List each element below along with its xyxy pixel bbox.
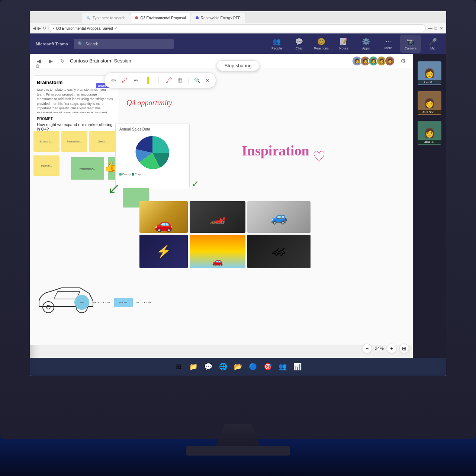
monitor-screen: 🔍 Type here to search Q3 Environmental P… <box>30 11 446 376</box>
zoom-fit-icon: ⊞ <box>402 345 406 351</box>
browser-close-icon[interactable]: ✕ <box>440 26 443 31</box>
legend-item-2: Corp <box>132 173 141 176</box>
pen-toolbar: ✏ 🖊 ✒ ▐ | 🖍 🗑 🔍 ✕ <box>104 73 216 88</box>
chart-title: Annual Sales Data <box>119 127 186 131</box>
teams-nav-mic[interactable]: 🎤 Mic <box>422 35 443 53</box>
teams-nav-apps[interactable]: ⚙️ Apps <box>356 35 376 53</box>
taskbar-start-button[interactable]: ⊞ <box>172 360 185 373</box>
classic-car-emoji: 🚙 <box>271 209 287 225</box>
taskbar-file-explorer[interactable]: 📁 <box>187 360 200 373</box>
browser-minimize-icon[interactable]: — <box>428 26 432 31</box>
taskbar-teams-icon[interactable]: 💬 <box>202 360 215 373</box>
taskbar-analytics-icon[interactable]: 📊 <box>291 360 304 373</box>
participant-avatar-2: 👩 Joni She... <box>418 91 441 115</box>
taskbar-users-icon[interactable]: 👥 <box>276 360 289 373</box>
taskbar-folder-icon[interactable]: 📂 <box>231 360 245 373</box>
yellow-car-emoji: 🚗 <box>154 215 173 233</box>
race-car-photo: 🏎️ <box>190 201 245 233</box>
browser-maximize-icon[interactable]: □ <box>435 26 437 31</box>
teams-search-placeholder: Search <box>86 42 99 46</box>
car-wheel-front <box>43 302 54 313</box>
taskbar-store-icon[interactable]: 🔵 <box>246 360 260 373</box>
browser-tab-search[interactable]: 🔍 Type here to search <box>82 13 130 23</box>
tab-dot-red <box>135 16 138 19</box>
participant-avatar-1: 👩 Lee G... <box>418 61 441 85</box>
recording-bar: 04:05:38 <box>30 56 61 76</box>
teams-nav-more[interactable]: ··· More <box>378 35 399 53</box>
flow-rect-1: process <box>114 298 133 307</box>
legend-item-1: Ecomp <box>119 173 131 176</box>
teams-nav-notes[interactable]: 📝 Notes <box>333 35 354 53</box>
browser-tab-proposal[interactable]: Q3 Environmental Proposal <box>131 13 190 23</box>
pen-tool-marker[interactable]: 🖊 <box>120 75 129 86</box>
sticky-note-green-1[interactable]: Research A... <box>71 157 104 180</box>
browser-tabs: 🔍 Type here to search Q3 Environmental P… <box>30 11 446 23</box>
chat-icon: 💬 <box>295 38 303 46</box>
pen-tool-eraser[interactable]: 🗑 <box>176 75 185 86</box>
pen-tool-highlighter[interactable]: ▐ <box>142 75 151 86</box>
teams-nav-chat[interactable]: 💬 Chat <box>289 35 309 53</box>
favicon: ● <box>52 26 54 30</box>
q4-opportunity-text: Q4 opportunity <box>126 99 172 107</box>
zoom-out-button[interactable]: − <box>362 344 372 353</box>
notes-icon: 📝 <box>340 38 348 46</box>
pen-tool-pencil[interactable]: ✏ <box>109 75 118 86</box>
taskbar-edge-icon[interactable]: 🌐 <box>216 360 230 373</box>
wb-avatar-5: 👩 <box>385 56 395 66</box>
chart-legend: Ecomp Corp <box>119 173 186 176</box>
browser-tab-search-label: Type here to search <box>93 16 125 20</box>
teams-nav-reactions[interactable]: 😊 Reactions <box>311 35 332 53</box>
sticky-note-yellow-2[interactable]: Research n... <box>61 131 87 152</box>
pen-tool-crayon[interactable]: 🖍 <box>165 75 174 86</box>
sticky-note-yellow-1[interactable]: Expand to... <box>33 131 60 152</box>
taskbar-powerpoint-icon[interactable]: 🎯 <box>261 360 274 373</box>
edge-icon: 🌐 <box>219 363 227 371</box>
wb-settings-button[interactable]: ⚙ <box>398 56 408 66</box>
store-icon: 🔵 <box>249 363 257 371</box>
nav-forward[interactable]: ▶ <box>38 26 41 31</box>
inspiration-text: Inspiration <box>242 142 309 159</box>
pie-chart-svg <box>134 134 171 171</box>
flow-arrow-2: → · · ·→ <box>136 300 152 305</box>
teams-nav-people[interactable]: 👥 People <box>266 35 287 53</box>
participants-sidebar: 👩 Lee G... 👩 Joni She... 👩 Lidia H... <box>413 54 446 358</box>
teams-logo: Microsoft Teams <box>30 41 74 46</box>
browser-tab-rfp[interactable]: Renewable Energy RFP <box>191 13 245 23</box>
toolbar-close-button[interactable]: ✕ <box>204 77 211 84</box>
participant-avatar-3: 👩 Lidia H... <box>418 121 441 145</box>
whiteboard-canvas: ✏ 🖊 ✒ ▐ | 🖍 🗑 🔍 ✕ Brainstorm Use this te… <box>30 68 413 345</box>
race-car-emoji: 🏎️ <box>209 209 226 225</box>
folder-icon: 📂 <box>234 363 242 371</box>
zoom-in-button[interactable]: + <box>387 344 396 353</box>
zoom-fit-button[interactable]: ⊞ <box>399 344 409 353</box>
recording-time: 04:05:38 <box>42 63 61 69</box>
chart-box: Annual Sales Data <box>115 123 190 188</box>
participant-name-2: Joni She... <box>418 110 441 114</box>
teams-nav-camera[interactable]: 📷 Camera <box>400 35 421 53</box>
nav-refresh[interactable]: ↻ <box>42 26 46 31</box>
address-bar[interactable]: ● Q3 Environmental Proposal Saved ✓ <box>48 24 426 32</box>
speedometer-photo: 🏎 <box>247 235 311 268</box>
pen-tool-ruler[interactable]: | <box>154 75 163 86</box>
users-icon: 👥 <box>279 363 287 371</box>
classic-car-photo: 🚙 <box>247 201 311 233</box>
analytics-icon: 📊 <box>293 363 302 371</box>
teams-search-box[interactable]: 🔍 Search <box>74 39 174 49</box>
sunset-car-emoji: 🚗 <box>212 256 223 267</box>
nav-back[interactable]: ◀ <box>33 26 36 31</box>
search-magnify-button[interactable]: 🔍 <box>193 75 202 86</box>
stop-sharing-button[interactable]: Stop sharing <box>217 60 260 71</box>
pen-tool-pen[interactable]: ✒ <box>131 75 140 86</box>
flow-circle-start: start <box>74 295 89 310</box>
sticky-note-yellow-4[interactable]: Partner... <box>33 155 60 176</box>
address-text: Q3 Environmental Proposal Saved ✓ <box>56 26 117 30</box>
windows-taskbar: ⊞ 📁 💬 🌐 📂 🔵 🎯 👥 � <box>30 358 446 376</box>
yellow-car-photo: 🚗 <box>139 201 188 233</box>
sticky-note-yellow-3[interactable]: Direct... <box>89 131 115 152</box>
browser-tab-rfp-label: Renewable Energy RFP <box>201 16 241 20</box>
zoom-plus-icon: + <box>390 345 393 351</box>
more-icon: ··· <box>385 38 391 45</box>
checkmark-symbol: ✓ <box>192 179 199 189</box>
sunset-car-photo: 🚗 <box>190 235 245 268</box>
nav-people-label: People <box>271 46 282 50</box>
